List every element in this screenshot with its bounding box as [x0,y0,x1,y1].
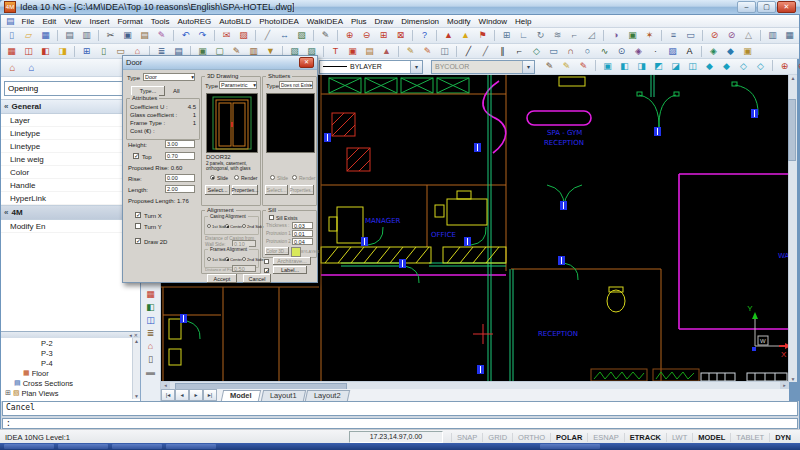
new-icon[interactable]: ▯ [3,29,20,42]
horizontal-scrollbar[interactable]: ◂ ▸ [161,381,789,389]
open-icon[interactable]: ▱ [20,29,37,42]
circle-icon[interactable]: ○ [579,45,596,58]
close-icon[interactable]: ✕ [299,57,314,68]
table-tool-icon[interactable]: ▥ [764,29,781,42]
height-field[interactable]: 3.00 [165,140,195,148]
protrusion2-field[interactable]: 0.04 [292,238,313,245]
command-input[interactable]: : [2,418,798,429]
mail-icon[interactable]: ✉ [218,29,235,42]
text-icon[interactable]: A [681,45,698,58]
zoom-realtime-icon[interactable]: ⊕ [776,60,793,73]
menu-file[interactable]: File [18,17,39,26]
view-iso-ne-icon[interactable]: ◇ [735,60,752,73]
sheet-set-icon[interactable]: ▭ [682,29,699,42]
maximize-button[interactable]: ▢ [757,1,776,13]
panel-item-handle[interactable]: Handle [1,179,140,192]
chevron-down-icon[interactable]: ▾ [410,61,422,73]
zoom-previous-icon[interactable]: ⊖ [793,60,800,73]
door-tool-icon[interactable]: ◧ [37,45,54,58]
lights-icon[interactable]: ▣ [739,45,756,58]
redo-icon[interactable]: ↷ [194,29,211,42]
minimize-button[interactable]: – [737,1,756,13]
tree-item-cross-sections[interactable]: ▤Cross Sections [1,378,140,388]
tree-item-p-2[interactable]: P-2 [1,338,140,348]
expand-icon[interactable]: ⊞ [5,389,11,397]
building-manager-icon[interactable]: ⌂ [4,61,21,74]
frames-1st-radio[interactable] [207,257,211,261]
shutters-render-radio[interactable] [292,175,297,180]
view-left-icon[interactable]: ◫ [684,60,701,73]
dimension-quick-icon[interactable]: ↔ [276,29,293,42]
view-iso-nw-icon[interactable]: ◇ [752,60,769,73]
group-tool-icon[interactable]: ▣ [624,29,641,42]
length-field[interactable]: 2.00 [165,185,195,193]
chevron-down-icon[interactable]: ▾ [522,61,534,73]
render-view-icon[interactable]: ▣ [599,60,616,73]
menu-help[interactable]: Help [511,17,535,26]
polyline-icon[interactable]: ⌐ [511,45,528,58]
tree-item-p-3[interactable]: P-3 [1,348,140,358]
rectangle-icon[interactable]: ▭ [545,45,562,58]
chevron-down-icon[interactable]: ▾ [310,82,312,89]
status-toggle-tablet[interactable]: TABLET [730,433,769,442]
status-toggle-snap[interactable]: SNAP [451,433,482,442]
materials-icon[interactable]: ◆ [722,45,739,58]
print-preview-icon[interactable]: ▥ [78,29,95,42]
layer-explorer-icon[interactable]: ⌂ [23,61,40,74]
tab-nav-icon-2[interactable]: ▸ [189,389,203,401]
help-icon[interactable]: ? [416,29,433,42]
opening-tool-icon[interactable]: ◫ [20,45,37,58]
bld-door-icon[interactable]: ◧ [143,301,159,314]
menu-dimension[interactable]: Dimension [397,17,443,26]
menu-modify[interactable]: Modify [443,17,475,26]
offset-tool-icon[interactable]: ≋ [549,29,566,42]
pencil-draw-icon[interactable]: ✎ [402,45,419,58]
panel-item-layer[interactable]: Layer [1,114,140,127]
taskbar-button[interactable] [4,444,54,449]
menu-plus[interactable]: Plus [347,17,371,26]
panel-item-color[interactable]: Color [1,166,140,179]
bld-window-icon[interactable]: ◫ [143,314,159,327]
rise-field[interactable]: 0.00 [165,174,195,182]
draw-2d-checkbox[interactable] [135,238,141,244]
render-scene-icon[interactable]: ◈ [705,45,722,58]
status-toggle-esnap[interactable]: ESNAP [587,433,623,442]
render-radio[interactable] [234,175,239,180]
menu-tools[interactable]: Tools [147,17,174,26]
text-red-icon[interactable]: T [327,45,344,58]
zoom-extents-icon[interactable]: ⊠ [392,29,409,42]
status-toggle-dyn[interactable]: DYN [769,433,796,442]
chevron-down-icon[interactable]: ▾ [253,82,256,89]
drawing-document-icon[interactable]: ▤ [3,16,18,26]
shutters-select-button[interactable]: Select... [265,185,288,195]
panel-item-linetype[interactable]: Linetype [1,127,140,140]
eraser-icon[interactable]: ◫ [436,45,453,58]
panel-section-4m[interactable]: «4M [1,205,140,220]
point-icon[interactable]: · [647,45,664,58]
pencil-icon[interactable]: ✎ [317,29,334,42]
panel-item-line-weig[interactable]: Line weig [1,153,140,166]
linetype-combo[interactable]: BYLAYER ▾ [319,60,423,74]
command-history[interactable]: Cancel [2,401,798,416]
flag-icon[interactable]: ⚑ [474,29,491,42]
view-top-icon[interactable]: ◧ [616,60,633,73]
layer-warning-red-icon[interactable]: ▲ [440,29,457,42]
bld-roof-icon[interactable]: ⌂ [143,340,159,353]
panel-item-modify-en[interactable]: Modify En [1,220,140,233]
menu-draw[interactable]: Draw [371,17,398,26]
status-toggle-grid[interactable]: GRID [482,433,512,442]
panel-item-linetype[interactable]: Linetype [1,140,140,153]
thickness-field[interactable]: 0.03 [292,222,313,229]
tab-model[interactable]: Model [221,390,261,401]
shutters-type-combo[interactable]: Does not Exist ▾ [279,81,313,89]
construction-line-icon[interactable]: ╱ [477,45,494,58]
label-checkbox[interactable] [264,268,269,273]
menu-autobld[interactable]: AutoBLD [215,17,255,26]
cut-icon[interactable]: ✂ [102,29,119,42]
view-front-icon[interactable]: ◩ [650,60,667,73]
view-iso-sw-icon[interactable]: ◆ [701,60,718,73]
status-toggle-etrack[interactable]: ETRACK [624,433,666,442]
door-type-combo[interactable]: Door ▾ [143,73,195,81]
taskbar-button[interactable] [166,444,216,449]
line-icon[interactable]: ╱ [460,45,477,58]
